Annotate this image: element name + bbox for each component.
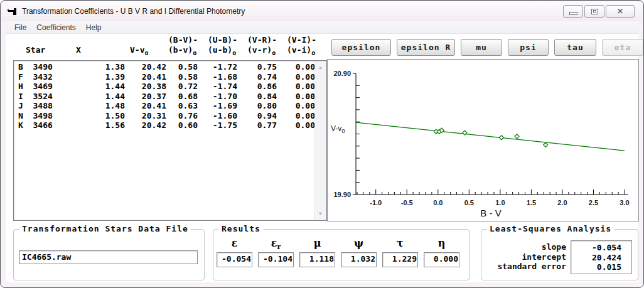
result-epsilon-r: εr -0.104 — [258, 237, 294, 267]
result-epsilon: ε -0.054 — [217, 237, 252, 267]
lsq-labels: slope intercept standard error — [486, 242, 566, 272]
tau-button[interactable]: tau — [554, 39, 596, 56]
col-header-vi: (V-I)-(v-i)o — [287, 35, 316, 58]
minimize-button[interactable] — [563, 5, 583, 18]
eta-value: 0.000 — [424, 252, 459, 267]
standard-error-value: 0.015 — [571, 262, 621, 272]
chart-panel: 19.9020.90-1.0-0.50.00.51.01.52.02.53.0B… — [327, 59, 639, 221]
app-icon — [8, 6, 19, 16]
standard-error-label: standard error — [486, 262, 566, 272]
results-groupbox: Results ε -0.054 εr -0.104 μ 1.118 ψ 1.0… — [213, 229, 470, 280]
tau-value: 1.229 — [382, 252, 418, 267]
mu-value: 1.118 — [299, 252, 335, 267]
window-controls: ✕ — [562, 5, 635, 18]
data-file-input[interactable]: IC4665.raw — [19, 250, 198, 264]
file-groupbox: Transformation Stars Data File IC4665.ra… — [13, 229, 205, 280]
lsq-group-title: Least-Squares Analysis — [486, 224, 614, 233]
epsilon-value: -0.054 — [217, 252, 252, 267]
y-axis-label: V-vo — [331, 124, 345, 134]
svg-text:19.90: 19.90 — [333, 191, 351, 198]
psi-symbol: ψ — [341, 237, 377, 252]
col-header-v-v0: V-vo — [130, 35, 149, 58]
epsilon-symbol: ε — [217, 237, 252, 252]
close-button[interactable]: ✕ — [606, 5, 635, 18]
title-bar[interactable]: Transformation Coefficients - U B V R an… — [1, 1, 643, 21]
result-eta: η 0.000 — [424, 237, 459, 267]
file-group-title: Transformation Stars Data File — [19, 224, 191, 233]
results-cells: ε -0.054 εr -0.104 μ 1.118 ψ 1.032 τ 1 — [217, 237, 459, 267]
epsilon-r-button[interactable]: epsilon R — [397, 39, 455, 56]
scroll-down-icon[interactable]: ▼ — [315, 208, 326, 219]
svg-text:1.0: 1.0 — [495, 199, 505, 206]
svg-text:-0.5: -0.5 — [401, 199, 413, 206]
psi-button[interactable]: psi — [508, 39, 549, 56]
svg-text:B - V: B - V — [480, 208, 501, 218]
menu-help[interactable]: Help — [81, 22, 107, 33]
col-header-x: X — [76, 35, 81, 58]
psi-value: 1.032 — [341, 252, 377, 267]
results-group-title: Results — [218, 224, 264, 233]
result-psi: ψ 1.032 — [341, 237, 377, 267]
lsq-groupbox: Least-Squares Analysis slope intercept s… — [481, 229, 638, 280]
menu-coefficients[interactable]: Coefficients — [31, 22, 80, 33]
svg-text:2.5: 2.5 — [589, 199, 598, 206]
menu-file[interactable]: File — [9, 22, 31, 33]
col-header-ub: (U-B)-(u-b)o — [208, 35, 237, 58]
maximize-icon — [591, 9, 598, 14]
window-title: Transformation Coefficients - U B V R an… — [22, 7, 245, 16]
scroll-up-icon[interactable]: ▲ — [315, 62, 326, 73]
client-area: Star X V-vo (B-V)-(b-v)o (U-B)-(u-b)o (V… — [6, 34, 638, 282]
minimize-icon — [569, 12, 577, 15]
coefficient-buttons: epsilon epsilon R mu psi tau eta — [331, 39, 643, 56]
svg-text:2.0: 2.0 — [557, 199, 567, 206]
svg-text:3.0: 3.0 — [620, 199, 629, 206]
eta-button: eta — [602, 39, 643, 56]
svg-text:0.0: 0.0 — [433, 199, 443, 206]
tau-symbol: τ — [382, 237, 418, 252]
menu-bar: File Coefficients Help — [6, 21, 638, 34]
table-row[interactable]: N 34981.5020.310.76-1.600.940.00 — [15, 111, 314, 121]
result-tau: τ 1.229 — [382, 237, 418, 267]
table-row[interactable]: H 34691.4420.380.72-1.740.860.00 — [15, 82, 314, 92]
table-row[interactable]: F 34321.3920.410.58-1.680.740.00 — [15, 72, 314, 82]
svg-text:1.5: 1.5 — [527, 199, 536, 206]
close-icon: ✕ — [617, 8, 623, 15]
col-header-vr: (V-R)-(v-r)o — [247, 35, 277, 58]
svg-text:0.5: 0.5 — [464, 199, 474, 206]
epsilon-button[interactable]: epsilon — [331, 39, 391, 56]
slope-label: slope — [486, 242, 566, 252]
scatter-plot: 19.9020.90-1.0-0.50.00.51.01.52.02.53.0B… — [328, 60, 638, 220]
slope-value: -0.054 — [571, 243, 621, 253]
table-row[interactable]: I 35241.4420.370.68-1.700.840.00 — [15, 92, 314, 102]
app-window: Transformation Coefficients - U B V R an… — [0, 0, 644, 288]
eta-symbol: η — [424, 237, 459, 252]
mu-button[interactable]: mu — [461, 39, 502, 56]
result-mu: μ 1.118 — [299, 237, 335, 267]
screenshot: Transformation Coefficients - U B V R an… — [0, 0, 644, 288]
col-header-star: Star — [26, 35, 45, 58]
intercept-value: 20.424 — [571, 253, 621, 263]
star-listbox[interactable]: B 34901.3820.420.58-1.720.750.00F 34321.… — [13, 60, 327, 221]
mu-symbol: μ — [299, 237, 335, 252]
lsq-values-box: -0.054 20.424 0.015 — [571, 240, 632, 274]
star-table-header: Star X V-vo (B-V)-(b-v)o (U-B)-(u-b)o (V… — [13, 35, 327, 59]
listbox-scrollbar[interactable]: ▲ ▼ — [314, 61, 326, 220]
epsilon-r-symbol: εr — [258, 237, 294, 252]
svg-text:20.90: 20.90 — [333, 70, 351, 77]
table-row[interactable]: K 34661.5620.420.60-1.750.770.00 — [15, 120, 314, 131]
col-header-bv: (B-V)-(b-v)o — [168, 35, 198, 58]
table-row[interactable]: B 34901.3820.420.58-1.720.750.00 — [15, 62, 314, 72]
table-row[interactable]: J 34881.4820.410.63-1.690.800.00 — [15, 101, 314, 111]
maximize-button[interactable] — [584, 5, 604, 18]
epsilon-r-value: -0.104 — [258, 252, 294, 267]
star-list: B 34901.3820.420.58-1.720.750.00F 34321.… — [15, 62, 314, 131]
intercept-label: intercept — [486, 252, 566, 262]
svg-text:-1.0: -1.0 — [370, 199, 382, 206]
